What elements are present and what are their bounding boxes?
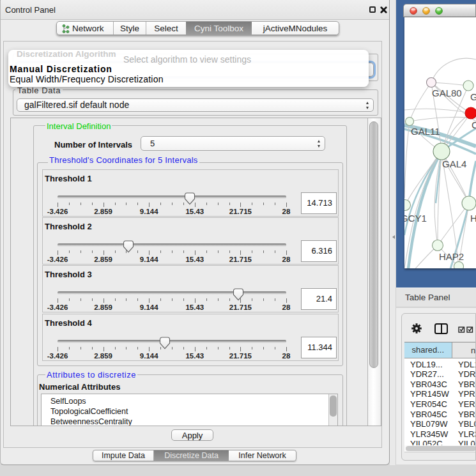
svg-text:GAL80: GAL80 [432,88,462,98]
svg-text:CAF4: CAF4 [472,119,476,130]
svg-text:HAP4: HAP4 [470,213,476,224]
svg-text:GAL4: GAL4 [442,158,466,169]
svg-text:GAL11: GAL11 [411,126,440,137]
svg-text:GCY1: GCY1 [404,213,427,224]
svg-text:GAL3: GAL3 [470,91,476,102]
svg-text:HAP2: HAP2 [439,251,464,262]
